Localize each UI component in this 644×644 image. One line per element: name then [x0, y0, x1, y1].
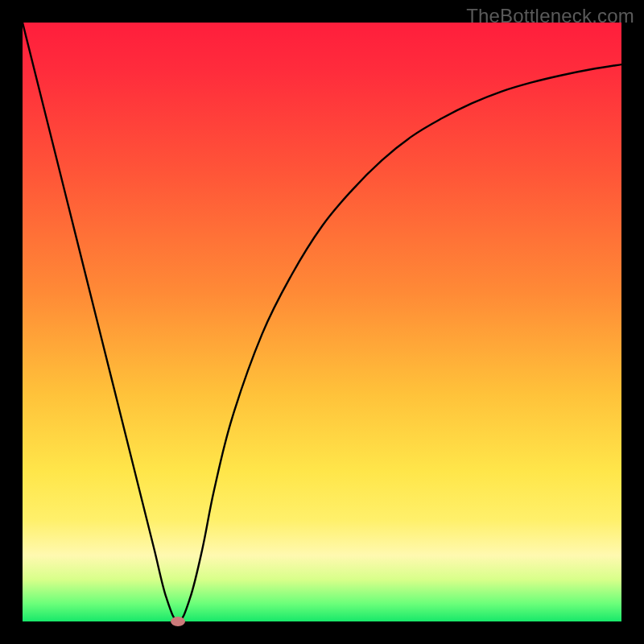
plot-area — [23, 23, 621, 621]
chart-frame: TheBottleneck.com — [0, 0, 644, 644]
bottleneck-curve — [23, 23, 621, 621]
bottleneck-marker — [171, 617, 185, 626]
watermark-text: TheBottleneck.com — [466, 5, 634, 27]
